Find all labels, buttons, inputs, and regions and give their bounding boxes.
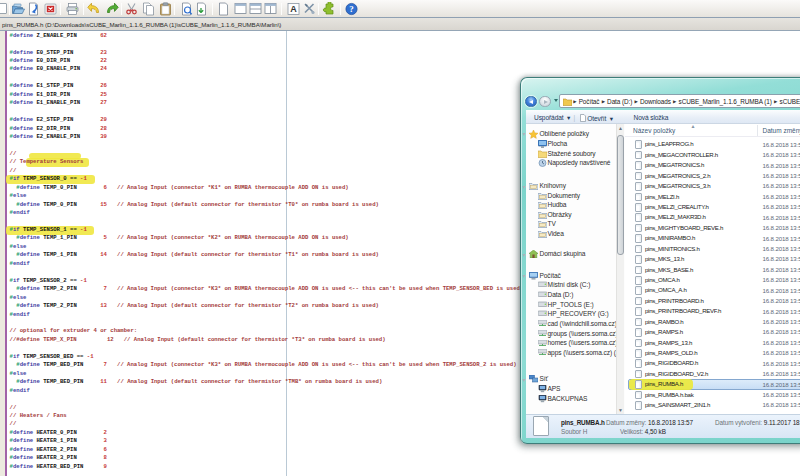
svg-text:?: ? bbox=[349, 4, 354, 14]
svg-text:A: A bbox=[290, 4, 297, 14]
